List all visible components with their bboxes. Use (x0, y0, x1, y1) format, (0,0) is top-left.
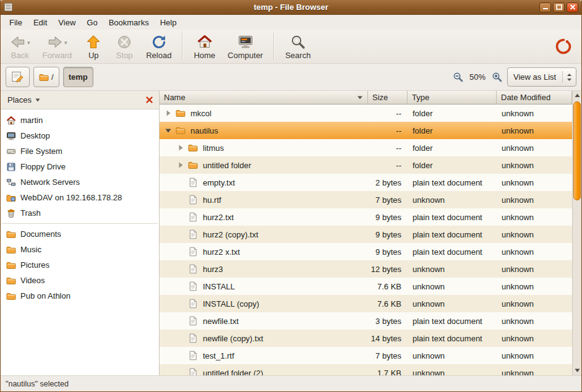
date-modified-cell: unknown (497, 312, 572, 330)
date-modified-cell: unknown (497, 104, 572, 122)
reload-button[interactable]: Reload (140, 32, 177, 61)
close-button[interactable] (567, 2, 578, 12)
scroll-down-button[interactable] (573, 366, 581, 375)
type-cell: unknown (408, 347, 497, 364)
sidebar-item-pub-on-athlon[interactable]: Pub on Athlon (1, 288, 159, 304)
sidebar-item-trash[interactable]: Trash (1, 205, 159, 221)
scrollbar-thumb[interactable] (573, 101, 581, 200)
name-cell: mkcol (160, 104, 368, 122)
menu-edit[interactable]: Edit (28, 15, 53, 30)
sidebar-item-floppy-drive[interactable]: Floppy Drive (1, 159, 159, 174)
file-name: hurz2 x.txt (203, 247, 240, 257)
file-row-hurz2-x-txt[interactable]: hurz2 x.txt9 bytesplain text documentunk… (160, 243, 572, 260)
file-row-hurz2-copy-txt[interactable]: hurz2 (copy).txt9 bytesplain text docume… (160, 226, 572, 243)
file-row-hu-rtf[interactable]: hu.rtf7 bytesunknownunknown (160, 191, 572, 208)
file-row-litmus[interactable]: litmus--folderunknown (160, 139, 572, 156)
search-icon (290, 34, 306, 50)
file-row-install-copy[interactable]: INSTALL (copy)7.6 KBunknownunknown (160, 295, 572, 312)
expander-collapsed-icon[interactable] (163, 109, 173, 117)
size-cell: -- (368, 104, 408, 122)
zoom-out-button[interactable] (451, 70, 464, 83)
menu-go[interactable]: Go (81, 15, 103, 30)
file-row-test-1-rtf[interactable]: test_1.rtf7 bytesunknownunknown (160, 347, 572, 364)
vertical-scrollbar[interactable] (572, 91, 581, 375)
sidebar-item-webdav-on-192-168-178-28[interactable]: WebDAV on 192.168.178.28 (1, 190, 159, 205)
scroll-up-button[interactable] (573, 91, 581, 100)
sidebar-item-desktop[interactable]: Desktop (1, 128, 159, 143)
name-cell: empty.txt (160, 174, 368, 191)
trash-icon (6, 208, 16, 218)
file-name: INSTALL (copy) (203, 299, 259, 309)
size-cell: 3 bytes (368, 312, 408, 330)
expander-collapsed-icon[interactable] (176, 161, 185, 169)
date-modified-cell: unknown (497, 364, 572, 375)
search-button[interactable]: Search (280, 32, 316, 61)
sidebar-item-music[interactable]: Music (1, 242, 159, 257)
size-cell: 12 bytes (368, 260, 408, 278)
minimize-button[interactable] (539, 2, 551, 12)
column-header-type[interactable]: Type (408, 91, 497, 104)
home-button[interactable]: Home (188, 32, 221, 61)
column-header-size[interactable]: Size (368, 91, 408, 104)
file-name: newfile.txt (203, 317, 239, 326)
sidebar-view-select[interactable]: Places (5, 93, 43, 106)
zoom-in-button[interactable] (490, 70, 503, 83)
folder-icon (6, 291, 16, 301)
expander-collapsed-icon[interactable] (176, 144, 185, 151)
sidebar-item-label: Videos (20, 276, 45, 285)
sidebar-item-documents[interactable]: Documents (1, 226, 159, 242)
sidebar-close-button[interactable] (144, 95, 155, 105)
menubar: FileEditViewGoBookmarksHelp (1, 15, 581, 30)
date-modified-cell: unknown (497, 330, 572, 347)
file-icon (188, 195, 198, 205)
expander-expanded-icon[interactable] (163, 127, 173, 134)
sidebar-item-file-system[interactable]: File System (1, 143, 159, 159)
file-icon (188, 333, 198, 343)
chevron-down-icon[interactable]: ▾ (64, 40, 67, 46)
file-row-hurz2-txt[interactable]: hurz2.txt9 bytesplain text documentunkno… (160, 208, 572, 226)
sidebar-item-pictures[interactable]: Pictures (1, 257, 159, 273)
file-row-nautilus[interactable]: nautilus--folderunknown (160, 122, 572, 139)
window-controls (539, 2, 578, 12)
column-header-date-modified[interactable]: Date Modified (497, 91, 572, 104)
date-modified-cell: unknown (497, 278, 572, 295)
file-row-mkcol[interactable]: mkcol--folderunknown (160, 104, 572, 122)
file-row-install[interactable]: INSTALL7.6 KBunknownunknown (160, 278, 572, 295)
file-name: hu.rtf (203, 195, 221, 205)
menu-file[interactable]: File (4, 15, 28, 30)
chevron-down-icon[interactable]: ▾ (27, 40, 30, 46)
menu-view[interactable]: View (53, 15, 81, 30)
file-row-untitled-folder-2[interactable]: untitled folder (2)1.7 KBunknownunknown (160, 364, 572, 375)
file-row-newfile-txt[interactable]: newfile.txt3 bytesplain text documentunk… (160, 312, 572, 330)
file-name: empty.txt (203, 178, 235, 187)
file-row-empty-txt[interactable]: empty.txt2 bytesplain text documentunkno… (160, 174, 572, 191)
column-header-label: Size (372, 93, 388, 102)
path-current-button[interactable]: temp (63, 67, 93, 87)
menu-help[interactable]: Help (155, 15, 182, 30)
drive-icon (6, 147, 16, 156)
sidebar-item-network-servers[interactable]: Network Servers (1, 174, 159, 190)
path-root-button[interactable]: / (33, 67, 59, 87)
view-mode-select[interactable]: View as List (507, 67, 576, 87)
up-button[interactable]: Up (79, 32, 108, 61)
toggle-location-entry-button[interactable] (6, 67, 30, 87)
type-cell: unknown (408, 260, 497, 278)
size-cell: 7.6 KB (368, 278, 408, 295)
sidebar-item-videos[interactable]: Videos (1, 273, 159, 288)
titlebar[interactable]: temp - File Browser (1, 0, 581, 15)
column-header-name[interactable]: Name (160, 91, 368, 104)
file-row-untitled-folder[interactable]: untitled folder--folderunknown (160, 156, 572, 174)
menu-bookmarks[interactable]: Bookmarks (103, 15, 155, 30)
file-rows: mkcol--folderunknownnautilus--folderunkn… (160, 104, 572, 375)
sidebar-item-label: Network Servers (20, 177, 80, 187)
sidebar-item-label: WebDAV on 192.168.178.28 (20, 193, 122, 202)
maximize-button[interactable] (553, 2, 565, 12)
date-modified-cell: unknown (497, 122, 572, 139)
file-row-hurz3[interactable]: hurz312 bytesunknownunknown (160, 260, 572, 278)
file-icon (188, 299, 198, 309)
file-row-newfile-copy-txt[interactable]: newfile (copy).txt14 bytesplain text doc… (160, 330, 572, 347)
scrollbar-trough[interactable] (573, 100, 581, 366)
computer-button[interactable]: Computer (222, 32, 268, 61)
sidebar-item-martin[interactable]: martin (1, 113, 159, 128)
back-button: ▾Back (4, 32, 36, 61)
